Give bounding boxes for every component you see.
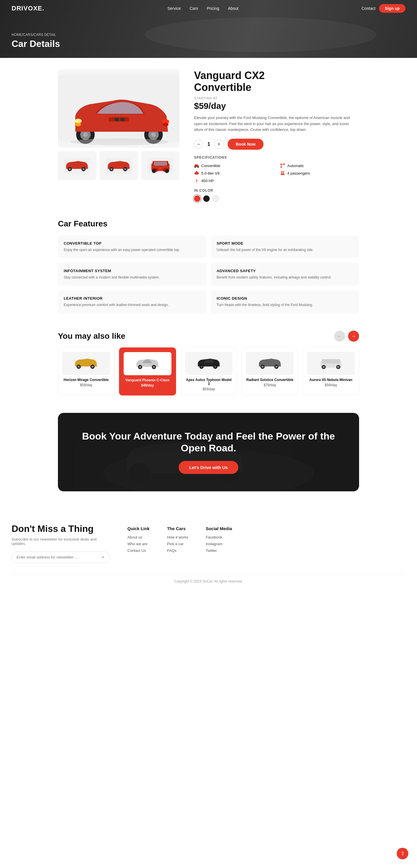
page-title: Car Details [11, 38, 406, 49]
svg-point-21 [83, 168, 85, 170]
car-card-img-0 [62, 352, 110, 375]
car-type-icon [194, 163, 199, 168]
svg-point-69 [275, 366, 277, 368]
also-like-title: You may also like [58, 332, 125, 341]
breadcrumb: HOME/CARS/CARS DETAIL [11, 33, 406, 37]
thumb-3[interactable] [141, 151, 180, 180]
qty-decrease-button[interactable]: − [194, 140, 203, 149]
quick-link-title: Quick Link [127, 526, 150, 531]
nav-pricing[interactable]: Pricing [207, 6, 219, 11]
cta-button[interactable]: Let's Drive with Us [179, 461, 238, 474]
color-selector [194, 195, 359, 202]
contact-link[interactable]: Contact [361, 6, 375, 11]
thumb-1[interactable] [58, 151, 96, 180]
spec-convertible: Convertible [194, 163, 273, 168]
car-card-img-1 [124, 352, 172, 375]
svg-point-24 [110, 168, 112, 170]
feature-4: LEATHER INTERIOR Experience premium comf… [58, 290, 206, 313]
feature-5-desc: Turn heads with the timeless, bold styli… [217, 302, 353, 308]
footer-quick-link: Quick Link About us Who we are Contact U… [127, 526, 150, 563]
nav-service[interactable]: Service [168, 6, 181, 11]
spec-passengers-label: 4 passengers [287, 171, 310, 176]
footer-instagram[interactable]: Instagram [206, 542, 232, 546]
car-images [58, 69, 180, 202]
main-content: Vanguard CX2 Convertible STARTING AT $59… [49, 69, 368, 491]
feature-2-title: INFOTAINMENT SYSTEM [64, 269, 200, 273]
copyright-text: Copyright © 2023 GoCar. All rights reser… [174, 579, 243, 583]
svg-rect-45 [196, 171, 197, 172]
thumbnail-row [58, 151, 180, 180]
footer-contact-us[interactable]: Contact Us [127, 548, 150, 553]
spec-transmission: Automatic [280, 163, 359, 168]
car-card-img-4 [307, 352, 355, 375]
car-card-price-2: $59/day [185, 387, 233, 391]
car-card-2[interactable]: Apex Autos Typhoon Model 3 $59/day [181, 347, 237, 396]
svg-rect-10 [114, 118, 119, 121]
footer-faqs[interactable]: FAQs [167, 548, 188, 553]
footer-about-us[interactable]: About us [127, 535, 150, 539]
newsletter-title: Don't Miss a Thing [11, 523, 110, 534]
qty-value: 1 [207, 141, 210, 147]
footer-facebook[interactable]: Facebook [206, 535, 232, 539]
svg-rect-30 [154, 161, 167, 165]
prev-arrow-button[interactable]: ← [334, 331, 345, 342]
svg-point-67 [262, 366, 264, 368]
spec-transmission-label: Automatic [287, 163, 304, 168]
car-card-1[interactable]: Vanguard Phoenix C-Class $49/day [119, 347, 176, 396]
nav-actions: Contact Sign up [361, 4, 406, 13]
color-black[interactable] [203, 195, 210, 202]
footer-the-cars: The Cars How it works Pick a car FAQs [167, 526, 188, 563]
footer-pick-a-car[interactable]: Pick a car [167, 542, 188, 546]
hero-content: HOME/CARS/CARS DETAIL Car Details [11, 33, 406, 49]
email-submit-button[interactable]: → [100, 554, 105, 560]
car-card-3[interactable]: Radiant Solstice Convertible $79/day [241, 347, 298, 396]
transmission-icon [280, 163, 285, 168]
book-now-button[interactable]: Book Now [228, 139, 264, 150]
thumb-2[interactable] [100, 151, 138, 180]
footer-twitter[interactable]: Twitter [206, 548, 232, 553]
svg-point-59 [153, 366, 155, 368]
thumb-svg-3 [147, 158, 174, 174]
car-card-name-1: Vanguard Phoenix C-Class [124, 378, 172, 382]
car-card-img-3 [246, 352, 294, 375]
car-card-img-2 [185, 352, 233, 375]
svg-point-19 [69, 168, 71, 170]
footer-bottom: Copyright © 2023 GoCar. All rights reser… [11, 575, 406, 583]
car-card-4[interactable]: Aurora X5 Nebula Minivan $59/day [303, 347, 359, 396]
car-card-price-3: $79/day [246, 383, 294, 387]
email-input[interactable] [17, 555, 97, 559]
spec-power-label: 450 HP [201, 179, 214, 183]
color-white[interactable] [213, 195, 219, 202]
cta-banner: Book Your Adventure Today and Feel the P… [58, 413, 359, 491]
features-title: Car Features [58, 219, 359, 228]
car-card-0[interactable]: Horizon Mirage Convertible $59/day [58, 347, 114, 396]
specs-grid: Convertible Automatic 5.0-liter V8 [194, 163, 359, 183]
in-color-label: IN COLOR [194, 188, 359, 192]
feature-3-desc: Benefit from modern safety features, inc… [217, 275, 353, 280]
feature-1: SPORT MODE Unleash the full power of the… [211, 236, 359, 258]
nav-about[interactable]: About [228, 6, 239, 11]
svg-point-12 [75, 119, 82, 123]
qty-increase-button[interactable]: + [214, 140, 224, 149]
cars-row: Horizon Mirage Convertible $59/day Van [58, 347, 359, 396]
footer-who-we-are[interactable]: Who we are [127, 542, 150, 546]
svg-rect-36 [195, 164, 198, 166]
brand-logo[interactable]: DRIVOXE. [11, 5, 44, 12]
svg-point-8 [151, 132, 156, 137]
footer-social-media: Social Media Facebook Instagram Twitter [206, 526, 232, 563]
engine-icon [194, 170, 199, 176]
feature-0: CONVERTIBLE TOP Enjoy the open-air exper… [58, 236, 206, 258]
feature-3: ADVANCED SAFETY Benefit from modern safe… [211, 263, 359, 286]
svg-point-34 [165, 169, 169, 173]
feature-3-title: ADVANCED SAFETY [217, 269, 353, 273]
thumb-svg-1 [64, 158, 90, 174]
features-grid: CONVERTIBLE TOP Enjoy the open-air exper… [58, 236, 359, 313]
car-detail-section: Vanguard CX2 Convertible STARTING AT $59… [58, 69, 359, 202]
color-red[interactable] [194, 195, 200, 202]
next-arrow-button[interactable]: → [348, 331, 359, 342]
footer-how-it-works[interactable]: How it works [167, 535, 188, 539]
feature-2: INFOTAINMENT SYSTEM Stay connected with … [58, 263, 206, 286]
signup-button[interactable]: Sign up [379, 4, 406, 13]
also-like-section: You may also like ← → Hori [58, 331, 359, 396]
nav-cars[interactable]: Cars [190, 6, 198, 11]
